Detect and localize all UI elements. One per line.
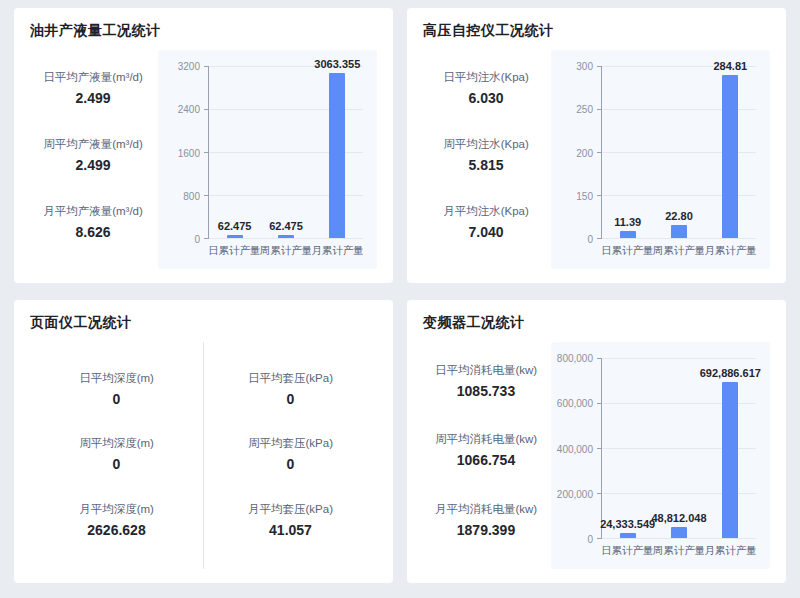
y-axis: 3002502001500 xyxy=(555,66,601,239)
card-frequency-converter: 变频器工况统计 日平均消耗电量(kw) 1085.733 周平均消耗电量(kw)… xyxy=(407,300,786,583)
bar-周累计产量[interactable] xyxy=(278,235,294,238)
bar-日累计产量[interactable] xyxy=(620,533,636,538)
stat-weekly-avg-power: 周平均消耗电量(kw) 1066.754 xyxy=(423,432,549,468)
card-title: 变频器工况统计 xyxy=(423,314,770,332)
bar-value-label: 284.81 xyxy=(713,60,747,72)
stat-label: 周平均产液量(m³/d) xyxy=(30,137,156,152)
bar-value-label: 48,812.048 xyxy=(651,512,706,524)
y-axis-tick-label: 1600 xyxy=(178,147,200,158)
bar-value-label: 24,333.549 xyxy=(600,518,655,530)
plot-area: 62.47562.4753063.355 xyxy=(208,66,363,239)
bar-日累计产量[interactable] xyxy=(620,231,636,238)
stat-label: 周平均深度(m) xyxy=(30,436,203,451)
x-axis: 日累计产量周累计产量月累计产量 xyxy=(601,239,756,263)
plot-area: 24,333.54948,812.048692,886.617 xyxy=(601,358,756,539)
stat-label: 周平均套压(kPa) xyxy=(204,436,377,451)
stat-value: 0 xyxy=(30,391,203,407)
card-page-gauge: 页面仪工况统计 日平均深度(m) 0 周平均深度(m) 0 月平均深度(m) 2… xyxy=(14,300,393,583)
stat-value: 0 xyxy=(204,391,377,407)
stat-label: 周平均消耗电量(kw) xyxy=(423,432,549,447)
chart: 3002502001500 11.3922.80284.81 日累计产量周累计产… xyxy=(555,66,756,263)
stat-weekly-avg-liquid: 周平均产液量(m³/d) 2.499 xyxy=(30,137,156,173)
bar-日累计产量[interactable] xyxy=(227,235,243,238)
plot-row: 3002502001500 11.3922.80284.81 xyxy=(555,66,756,239)
bar-slot: 284.81 xyxy=(705,66,756,238)
stat-weekly-avg-casing-pressure: 周平均套压(kPa) 0 xyxy=(204,436,377,472)
y-axis-tick-label: 600,000 xyxy=(557,398,593,409)
stat-daily-avg-depth: 日平均深度(m) 0 xyxy=(30,371,203,407)
x-axis-label: 月累计产量 xyxy=(311,244,363,258)
bar-slot: 62.475 xyxy=(209,66,260,238)
stat-label: 周平均注水(Kpa) xyxy=(423,137,549,152)
plot-row: 800,000600,000400,000200,0000 24,333.549… xyxy=(555,358,756,539)
stat-value: 41.057 xyxy=(204,522,377,538)
bar-月累计产量[interactable] xyxy=(722,75,738,238)
y-axis-tick-label: 800,000 xyxy=(557,353,593,364)
stat-label: 月平均套压(kPa) xyxy=(204,502,377,517)
stat-value: 1085.733 xyxy=(423,383,549,399)
stat-daily-avg-power: 日平均消耗电量(kw) 1085.733 xyxy=(423,363,549,399)
stat-label: 月平均深度(m) xyxy=(30,502,203,517)
stats-column: 日平均注水(Kpa) 6.030 周平均注水(Kpa) 5.815 月平均注水(… xyxy=(423,50,549,269)
stat-value: 7.040 xyxy=(423,224,549,240)
stat-value: 0 xyxy=(30,456,203,472)
y-axis-tick-label: 150 xyxy=(576,190,593,201)
bar-value-label: 3063.355 xyxy=(314,58,360,70)
stat-value: 0 xyxy=(204,456,377,472)
plot-area: 11.3922.80284.81 xyxy=(601,66,756,239)
y-axis-tick-label: 200,000 xyxy=(557,488,593,499)
x-axis-label: 日累计产量 xyxy=(601,544,653,558)
y-axis: 800,000600,000400,000200,0000 xyxy=(555,358,601,539)
y-axis-tick-label: 0 xyxy=(194,234,200,245)
stat-label: 日平均消耗电量(kw) xyxy=(423,363,549,378)
plot-row: 3200240016008000 62.47562.4753063.355 xyxy=(162,66,363,239)
y-axis-tick-label: 200 xyxy=(576,147,593,158)
bar-value-label: 22.80 xyxy=(665,210,693,222)
y-axis-tick-label: 0 xyxy=(587,234,593,245)
bar-value-label: 692,886.617 xyxy=(700,367,761,379)
stat-value: 2.499 xyxy=(30,157,156,173)
bars: 11.3922.80284.81 xyxy=(602,66,756,238)
y-axis-tick-label: 250 xyxy=(576,104,593,115)
x-axis-label: 月累计产量 xyxy=(704,544,756,558)
stats-column: 日平均产液量(m³/d) 2.499 周平均产液量(m³/d) 2.499 月平… xyxy=(30,50,156,269)
casing-pressure-stats-column: 日平均套压(kPa) 0 周平均套压(kPa) 0 月平均套压(kPa) 41.… xyxy=(203,342,377,569)
bar-chart-injection: 3002502001500 11.3922.80284.81 日累计产量周累计产… xyxy=(551,50,770,269)
y-axis-tick-label: 800 xyxy=(183,190,200,201)
bar-月累计产量[interactable] xyxy=(329,73,345,238)
chart: 3200240016008000 62.47562.4753063.355 日累… xyxy=(162,66,363,263)
stat-value: 2.499 xyxy=(30,90,156,106)
card-body: 日平均注水(Kpa) 6.030 周平均注水(Kpa) 5.815 月平均注水(… xyxy=(423,50,770,269)
gridline xyxy=(602,538,756,539)
bar-slot: 24,333.549 xyxy=(602,358,653,538)
stat-value: 5.815 xyxy=(423,157,549,173)
bar-chart-oil-production: 3200240016008000 62.47562.4753063.355 日累… xyxy=(158,50,377,269)
bars: 62.47562.4753063.355 xyxy=(209,66,363,238)
bar-slot: 11.39 xyxy=(602,66,653,238)
card-title: 高压自控仪工况统计 xyxy=(423,22,770,40)
y-axis-tick-label: 3200 xyxy=(178,61,200,72)
stat-label: 月平均注水(Kpa) xyxy=(423,204,549,219)
bar-月累计产量[interactable] xyxy=(722,382,738,538)
y-axis-tick-label: 400,000 xyxy=(557,443,593,454)
stat-value: 8.626 xyxy=(30,224,156,240)
card-title: 油井产液量工况统计 xyxy=(30,22,377,40)
stat-weekly-avg-injection: 周平均注水(Kpa) 5.815 xyxy=(423,137,549,173)
stat-label: 月平均消耗电量(kw) xyxy=(423,502,549,517)
x-axis-label: 周累计产量 xyxy=(653,244,705,258)
y-axis: 3200240016008000 xyxy=(162,66,208,239)
gridline xyxy=(602,238,756,239)
bar-周累计产量[interactable] xyxy=(671,527,687,538)
stats-column: 日平均消耗电量(kw) 1085.733 周平均消耗电量(kw) 1066.75… xyxy=(423,342,549,569)
gridline xyxy=(209,238,363,239)
bar-周累计产量[interactable] xyxy=(671,225,687,238)
x-axis-label: 日累计产量 xyxy=(208,244,260,258)
stat-value: 6.030 xyxy=(423,90,549,106)
stat-label: 日平均套压(kPa) xyxy=(204,371,377,386)
x-axis-label: 周累计产量 xyxy=(653,544,705,558)
bar-chart-power-consumption: 800,000600,000400,000200,0000 24,333.549… xyxy=(551,342,770,569)
chart: 800,000600,000400,000200,0000 24,333.549… xyxy=(555,358,756,563)
x-axis-label: 月累计产量 xyxy=(704,244,756,258)
stat-value: 2626.628 xyxy=(30,522,203,538)
x-axis: 日累计产量周累计产量月累计产量 xyxy=(601,539,756,563)
